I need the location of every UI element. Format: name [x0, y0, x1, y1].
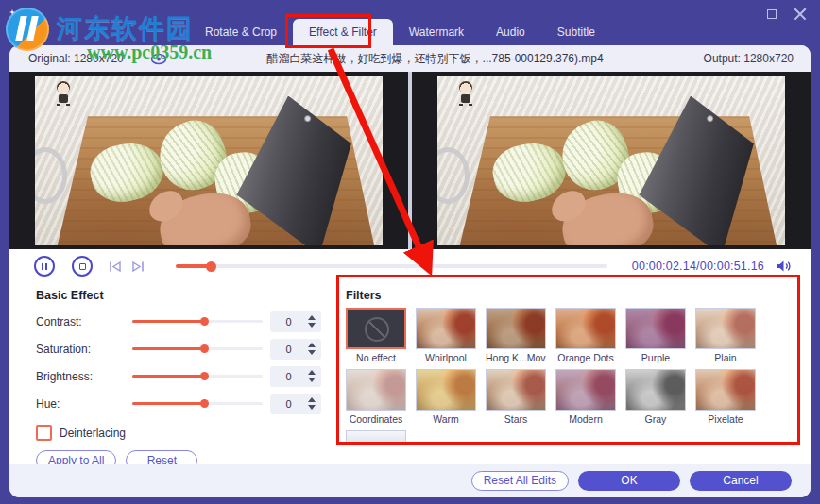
next-frame-icon[interactable]: [130, 260, 145, 273]
value-spinner[interactable]: 0: [270, 339, 321, 360]
spinner-up-icon[interactable]: [308, 370, 316, 375]
filter-thumbnail[interactable]: [625, 308, 686, 349]
slider-handle[interactable]: [200, 399, 209, 408]
eye-icon[interactable]: [150, 53, 167, 65]
spinner-down-icon[interactable]: [308, 350, 316, 355]
preview-header: Original: 1280x720 醋溜白菜这样做，好吃到爆，还特别下饭，..…: [9, 45, 811, 72]
tab[interactable]: Watermark: [393, 19, 480, 45]
tab[interactable]: Subtitle: [541, 19, 611, 45]
spinner-value: 0: [270, 316, 307, 328]
spinner-buttons: [307, 397, 316, 410]
filter-item[interactable]: Gray: [625, 369, 686, 426]
tab-label: Audio: [496, 25, 525, 39]
slider-handle[interactable]: [200, 372, 209, 380]
close-icon[interactable]: [794, 8, 807, 21]
filter-name: Gray: [625, 413, 686, 426]
filter-item[interactable]: Stars: [486, 369, 546, 426]
cancel-button[interactable]: Cancel: [690, 471, 792, 491]
value-spinner[interactable]: 0: [270, 394, 321, 414]
filter-thumbnail[interactable]: [555, 308, 616, 349]
slider-handle[interactable]: [200, 317, 209, 326]
spinner-up-icon[interactable]: [308, 343, 316, 347]
filter-thumbnail[interactable]: [695, 308, 756, 349]
value-spinner[interactable]: 0: [270, 366, 321, 387]
deinterlacing-checkbox[interactable]: [36, 425, 52, 441]
dialog-footer: Reset All Edits OK Cancel: [9, 464, 811, 497]
volume-icon[interactable]: [776, 260, 792, 273]
filter-thumbnail[interactable]: [346, 308, 406, 349]
filter-name: Modern: [555, 413, 616, 426]
filter-item[interactable]: Modern: [555, 369, 616, 426]
filter-item[interactable]: Warm: [416, 369, 476, 426]
filter-name: No effect: [346, 352, 406, 364]
seek-handle[interactable]: [206, 261, 216, 272]
slider-track[interactable]: [132, 320, 263, 323]
filter-item[interactable]: Whirlpool: [416, 308, 476, 364]
effect-slider-row: Contrast: 0: [36, 308, 338, 335]
slider-label: Hue:: [36, 397, 125, 411]
window-controls: [765, 8, 807, 21]
filter-thumbnail[interactable]: [695, 369, 756, 411]
filter-name: Stars: [486, 413, 546, 426]
mascot-watermark: [56, 81, 71, 106]
filter-item[interactable]: Coordinates: [346, 369, 406, 426]
maximize-icon[interactable]: [765, 8, 778, 21]
deinterlacing-row: Deinterlacing: [36, 425, 338, 441]
spinner-value: 0: [270, 398, 307, 410]
filter-item[interactable]: Plain: [695, 308, 756, 364]
tab-label: Effect & Filter: [309, 25, 377, 39]
original-video-frame: [35, 76, 383, 245]
output-preview-pane: [412, 72, 811, 249]
tab[interactable]: Rotate & Crop: [189, 19, 293, 45]
filter-thumbnail[interactable]: [486, 308, 546, 349]
value-spinner[interactable]: 0: [270, 311, 321, 332]
filter-thumbnail[interactable]: [346, 369, 406, 411]
slider-handle[interactable]: [200, 344, 209, 353]
spinner-value: 0: [270, 344, 307, 355]
tab[interactable]: Audio: [480, 19, 541, 45]
ok-button[interactable]: OK: [578, 471, 680, 491]
slider-track[interactable]: [132, 347, 263, 350]
edit-content: Basic Effect Contrast: 0: [9, 283, 811, 464]
filter-item[interactable]: No effect: [346, 308, 406, 364]
slider-track[interactable]: [132, 402, 263, 405]
filter-thumbnail[interactable]: [555, 369, 616, 411]
spinner-up-icon[interactable]: [308, 315, 316, 320]
time-display: 00:00:02.14/00:00:51.16: [632, 260, 764, 273]
filter-thumbnail[interactable]: [486, 369, 546, 411]
basic-effect-section: Basic Effect Contrast: 0: [36, 289, 338, 471]
video-preview-area: [9, 72, 811, 249]
tab-bar: Rotate & Crop Effect & Filter Watermark …: [189, 19, 611, 45]
pause-button[interactable]: [34, 256, 55, 277]
reset-all-edits-button[interactable]: Reset All Edits: [471, 471, 569, 491]
original-preview-pane: [9, 72, 408, 249]
filter-thumbnail[interactable]: [625, 369, 686, 411]
filter-item[interactable]: Hong K...Movie: [486, 308, 546, 364]
slider-fill: [132, 375, 204, 378]
filters-section: Filters No effect Whirlpool H: [346, 289, 790, 426]
playback-bar: 00:00:02.14/00:00:51.16: [9, 249, 811, 283]
filter-thumbnail-partial[interactable]: [346, 430, 406, 445]
spinner-down-icon[interactable]: [308, 378, 316, 382]
filter-name: Pixelate: [695, 413, 756, 426]
slider-fill: [132, 402, 204, 405]
spinner-down-icon[interactable]: [308, 405, 316, 410]
filter-name: Plain: [695, 352, 756, 364]
effect-slider-row: Brightness: 0: [36, 362, 338, 390]
stop-button[interactable]: [72, 256, 93, 277]
filter-item[interactable]: Orange Dots: [555, 308, 616, 364]
spinner-down-icon[interactable]: [308, 323, 316, 328]
filter-item[interactable]: Purple: [625, 308, 686, 364]
filter-name: Hong K...Movie: [486, 352, 546, 364]
previous-frame-icon[interactable]: [108, 260, 123, 273]
filter-item[interactable]: Pixelate: [695, 369, 756, 426]
video-frame-scene: [437, 76, 785, 245]
slider-label: Contrast:: [36, 315, 125, 328]
filter-name: Warm: [416, 413, 476, 426]
filter-thumbnail[interactable]: [416, 369, 476, 411]
filter-thumbnail[interactable]: [416, 308, 476, 349]
spinner-up-icon[interactable]: [308, 397, 316, 402]
tab[interactable]: Effect & Filter: [293, 19, 393, 45]
slider-track[interactable]: [132, 375, 263, 378]
seek-slider[interactable]: [176, 264, 607, 268]
